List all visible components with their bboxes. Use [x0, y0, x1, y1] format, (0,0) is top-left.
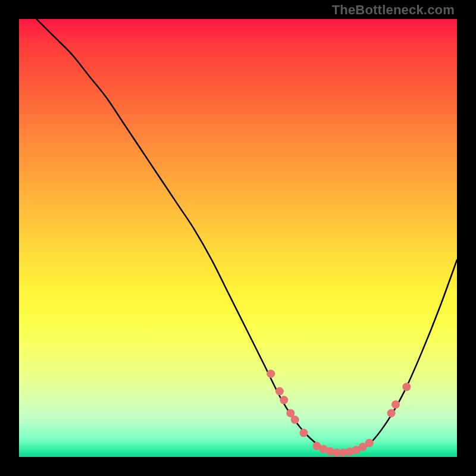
plot-area — [19, 19, 457, 457]
chart-frame — [19, 19, 457, 457]
data-marker — [392, 400, 400, 409]
data-marker — [299, 429, 308, 437]
data-marker — [291, 415, 299, 424]
data-marker — [275, 387, 284, 396]
curve-line — [36, 19, 457, 453]
data-marker — [267, 369, 275, 378]
data-marker — [280, 396, 288, 404]
data-marker — [402, 383, 411, 391]
data-marker — [387, 409, 396, 417]
chart-svg — [19, 19, 457, 457]
data-marker — [365, 439, 374, 447]
watermark-text: TheBottleneck.com — [332, 2, 455, 18]
